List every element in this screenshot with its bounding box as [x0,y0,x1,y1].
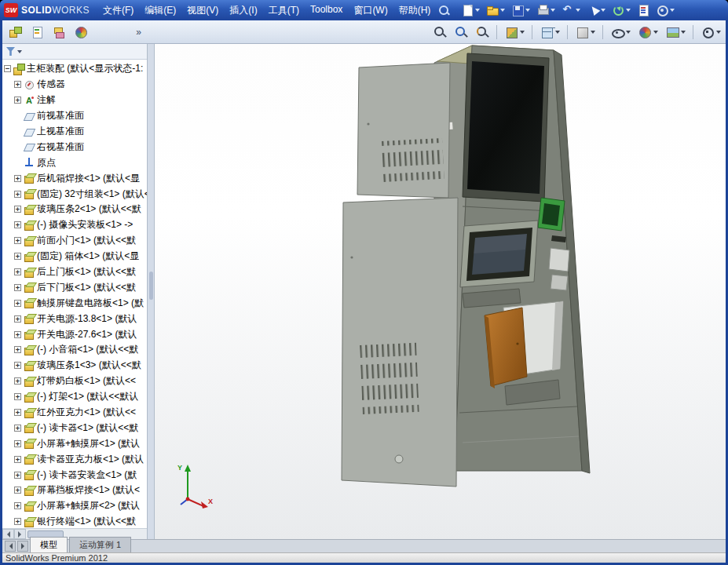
expander-icon[interactable]: + [14,346,21,353]
dropdown-arrow-icon[interactable] [716,31,721,34]
expander-icon[interactable]: + [14,331,21,338]
document-tab-1[interactable]: 运动算例 1 [69,537,131,552]
tree-item[interactable]: 前视基准面 [2,108,147,124]
dropdown-arrow-icon[interactable] [670,9,675,12]
expander-icon[interactable]: + [14,409,21,416]
tree-item[interactable]: +开关电源-27.6<1> (默认 [2,326,147,342]
expander-icon[interactable]: + [14,315,21,323]
tab-scroll-right-button[interactable] [17,541,28,552]
tree-item[interactable]: +红外亚克力<1> (默认<< [2,405,147,421]
tree-item[interactable]: +(-) 读卡器安装盒<1> (默 [2,467,147,483]
dropdown-arrow-icon[interactable] [551,9,555,12]
panel-splitter[interactable] [148,44,155,539]
save-button[interactable] [510,2,532,18]
tree-item[interactable]: +后上门板<1> (默认<<默 [2,264,147,280]
tree-item[interactable]: +后机箱焊接<1> (默认<显 [2,170,147,186]
document-tab-0[interactable]: 模型 [30,537,68,552]
dropdown-arrow-icon[interactable] [591,31,595,34]
dropdown-arrow-icon[interactable] [520,31,525,34]
zoom-to-area-button[interactable] [452,23,470,42]
options-button[interactable] [654,2,676,18]
expander-icon[interactable]: + [14,440,21,447]
hide-show-items-button[interactable] [608,23,633,42]
dropdown-arrow-icon[interactable] [500,9,505,12]
undo-button[interactable] [560,2,582,18]
menu-item-7[interactable]: 帮助(H) [393,1,437,20]
new-document-button[interactable] [459,2,481,18]
expander-icon[interactable]: + [14,253,21,260]
expander-icon[interactable]: + [14,377,21,385]
open-document-button[interactable] [485,2,507,18]
splitter-grip[interactable] [149,272,153,300]
tree-item[interactable]: +(-) 灯架<1> (默认<<默认 [2,389,147,405]
expander-icon[interactable]: + [14,175,21,182]
expander-icon[interactable]: + [14,191,21,198]
expander-icon[interactable]: + [14,206,21,213]
dropdown-arrow-icon[interactable] [475,9,480,12]
expander-icon[interactable]: + [14,97,21,104]
expander-icon[interactable]: − [4,65,11,72]
tree-item[interactable]: +开关电源-13.8<1> (默认 [2,311,147,326]
expander-icon[interactable]: + [14,472,21,479]
display-style-button[interactable] [573,23,598,42]
zoom-fit-button[interactable] [430,23,449,42]
expander-icon[interactable]: + [14,362,21,369]
select-button[interactable] [585,2,607,18]
tree-item[interactable]: +玻璃压条2<1> (默认<<默 [2,202,147,217]
expander-icon[interactable]: + [14,268,21,275]
edit-appearance-button[interactable] [635,23,660,42]
graphics-viewport[interactable]: Y X [155,44,726,539]
dropdown-arrow-icon[interactable] [601,9,605,12]
dropdown-arrow-icon[interactable] [555,31,560,34]
menu-item-5[interactable]: Toolbox [305,1,348,20]
dropdown-arrow-icon[interactable] [626,9,631,12]
expander-icon[interactable]: + [14,221,21,228]
panel-overflow-chevron[interactable]: » [134,27,143,38]
expander-icon[interactable]: + [14,487,21,494]
displaymanager-tab[interactable] [73,24,89,40]
tree-item[interactable]: +(-) 摄像头安装板<1> -> [2,217,147,233]
tree-item[interactable]: +读卡器亚克力板<1> (默认 [2,451,147,467]
tree-root-item[interactable]: −主柜装配 (默认<显示状态-1: [2,61,147,77]
expander-icon[interactable]: + [14,393,21,400]
expander-icon[interactable]: + [14,425,21,432]
tree-item[interactable]: +小屏幕+触摸屏<2> (默认 [2,498,147,514]
menu-item-4[interactable]: 工具(T) [263,1,305,20]
tree-item[interactable]: +传感器 [2,77,147,93]
apply-scene-button[interactable] [663,23,688,42]
dropdown-arrow-icon[interactable] [681,31,686,34]
tree-item[interactable]: 右视基准面 [2,139,147,155]
tree-item[interactable]: 原点 [2,155,147,170]
view-settings-button[interactable] [698,23,723,42]
expander-icon[interactable]: + [14,300,21,307]
tree-item[interactable]: +(-) 小音箱<1> (默认<<默 [2,342,147,358]
tree-item[interactable]: +银行终端<1> (默认<<默 [2,514,147,528]
section-view-button[interactable] [502,23,527,42]
cabinet-3d-model[interactable] [155,44,726,539]
previous-view-button[interactable] [473,23,492,42]
dropdown-arrow-icon[interactable] [576,9,580,12]
configurationmanager-tab[interactable] [51,24,67,40]
tree-item[interactable]: 上视基准面 [2,124,147,140]
tree-item[interactable]: +触摸屏键盘电路板<1> (默 [2,295,147,311]
tree-item[interactable]: +(固定) 箱体<1> (默认<显 [2,249,147,264]
tree-item[interactable]: +注解 [2,93,147,108]
dropdown-arrow-icon[interactable] [653,31,658,34]
filter-funnel-icon[interactable] [6,47,15,56]
menu-item-2[interactable]: 视图(V) [181,1,224,20]
expander-icon[interactable]: + [14,502,21,509]
filter-dropdown-arrow-icon[interactable] [17,50,22,53]
tree-item[interactable]: +玻璃压条1<3> (默认<<默 [2,358,147,374]
tree-item[interactable]: +前面小门<1> (默认<<默 [2,233,147,249]
tree-item[interactable]: +灯带奶白板<1> (默认<< [2,374,147,389]
print-button[interactable] [535,2,557,18]
scroll-right-button[interactable] [14,529,26,539]
menu-item-1[interactable]: 编辑(E) [139,1,181,20]
expander-icon[interactable]: + [14,284,21,291]
search-icon[interactable] [437,4,450,16]
tree-item[interactable]: +屏幕挡板焊接<1> (默认< [2,483,147,498]
dropdown-arrow-icon[interactable] [525,9,530,12]
dropdown-arrow-icon[interactable] [626,31,631,34]
tree-item[interactable]: +(-) 读卡器<1> (默认<<默 [2,420,147,436]
expander-icon[interactable]: + [14,518,21,525]
